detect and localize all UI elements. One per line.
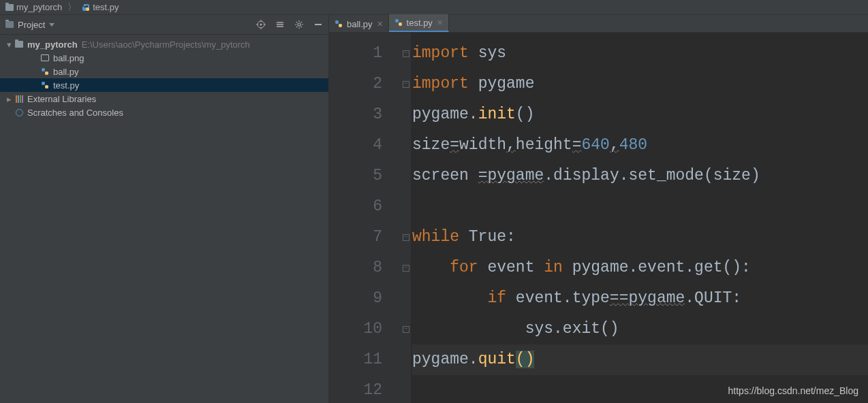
code-editor[interactable]: 1 2 3 4 5 6 7 8 9 10 11 12 − − − [329, 33, 868, 403]
tree-scratches-label: Scratches and Consoles [27, 108, 123, 118]
tree-root-name: my_pytorch [27, 39, 78, 50]
expand-toggle[interactable]: ▸ [4, 94, 14, 104]
folder-icon [5, 4, 14, 11]
gear-icon[interactable] [294, 20, 304, 29]
editor-tabs: ball.py ✕ test.py ✕ [329, 15, 868, 33]
breadcrumb-separator: 〉 [67, 1, 76, 14]
close-icon[interactable]: ✕ [437, 18, 443, 27]
python-icon [335, 20, 343, 28]
line-number: 4 [329, 130, 382, 161]
editor-area: ball.py ✕ test.py ✕ 1 2 3 4 5 6 7 8 9 10 [329, 15, 868, 403]
svg-rect-18 [395, 19, 399, 22]
line-number: 11 [329, 344, 382, 375]
tree-file-ball-png[interactable]: ball.png [0, 51, 328, 65]
fold-icon[interactable]: − [403, 50, 409, 57]
line-number: 2 [329, 69, 382, 99]
tree-file-label: ball.png [53, 53, 84, 63]
library-icon [16, 95, 23, 103]
line-number: 12 [329, 375, 382, 403]
svg-rect-12 [42, 68, 45, 71]
svg-rect-19 [399, 22, 402, 26]
sidebar-header-text: Project [18, 20, 45, 30]
tree-file-label: ball.py [53, 67, 79, 77]
breadcrumb: my_pytorch 〉 test.py [0, 0, 868, 15]
line-number: 3 [329, 99, 382, 130]
fold-icon[interactable]: − [403, 234, 409, 241]
close-icon[interactable]: ✕ [377, 20, 383, 29]
breadcrumb-file[interactable]: test.py [82, 2, 119, 12]
tree-file-test-py[interactable]: test.py [0, 78, 328, 92]
svg-point-2 [260, 24, 262, 26]
project-label[interactable]: Project [5, 20, 55, 30]
expand-icon[interactable] [275, 20, 285, 29]
tree-scratches[interactable]: Scratches and Consoles [0, 106, 328, 119]
svg-rect-16 [335, 20, 339, 24]
locate-icon[interactable] [256, 20, 266, 29]
svg-point-10 [298, 23, 300, 26]
tree-root[interactable]: ▾ my_pytorch E:\Users\aoc\PycharmProject… [0, 37, 328, 51]
fold-icon[interactable]: − [403, 265, 409, 272]
tree-file-ball-py[interactable]: ball.py [0, 65, 328, 78]
line-number: 8 [329, 253, 382, 283]
python-icon [40, 81, 50, 89]
tree-root-path: E:\Users\aoc\PycharmProjects\my_pytorch [82, 39, 250, 50]
python-icon [40, 67, 50, 76]
line-number: 6 [329, 191, 382, 222]
svg-rect-13 [45, 71, 48, 75]
breadcrumb-file-label: test.py [93, 2, 119, 12]
project-tree: ▾ my_pytorch E:\Users\aoc\PycharmProject… [0, 35, 328, 122]
folder-icon [15, 41, 23, 48]
caret-down-icon [49, 23, 55, 27]
line-number: 7 [329, 222, 382, 253]
line-number: 9 [329, 283, 382, 314]
tree-extlib-label: External Libraries [27, 94, 96, 104]
tab-test-py[interactable]: test.py ✕ [389, 14, 449, 32]
breadcrumb-root-label: my_pytorch [16, 2, 62, 12]
fold-icon[interactable]: − [403, 326, 409, 333]
fold-icon[interactable]: − [403, 81, 409, 88]
collapse-icon[interactable] [313, 20, 323, 29]
line-gutter: 1 2 3 4 5 6 7 8 9 10 11 12 [329, 33, 401, 403]
svg-rect-14 [42, 82, 45, 85]
folder-icon [5, 21, 14, 28]
project-sidebar: Project ▾ my_pytorch E:\Users\aoc\Pychar… [0, 15, 329, 403]
python-icon [394, 18, 403, 27]
scratch-icon [16, 109, 23, 116]
tree-file-label: test.py [53, 80, 79, 91]
svg-rect-15 [45, 85, 48, 88]
tree-external-libraries[interactable]: ▸ External Libraries [0, 92, 328, 106]
watermark: https://blog.csdn.net/mez_Blog [728, 385, 858, 396]
line-number: 1 [329, 38, 382, 69]
tab-ball-py[interactable]: ball.py ✕ [329, 16, 389, 32]
fold-column: − − − − − [401, 33, 411, 403]
line-number: 5 [329, 161, 382, 191]
image-icon [41, 54, 49, 61]
tab-label: test.py [407, 18, 433, 28]
svg-rect-17 [339, 24, 342, 27]
code-content[interactable]: import sys import pygame pygame.init() s… [411, 33, 868, 403]
tab-label: ball.py [347, 19, 373, 29]
line-number: 10 [329, 314, 382, 344]
sidebar-header: Project [0, 15, 328, 35]
breadcrumb-root[interactable]: my_pytorch [5, 2, 62, 12]
expand-toggle[interactable]: ▾ [4, 39, 14, 50]
python-icon [82, 3, 90, 12]
svg-rect-0 [86, 7, 89, 11]
